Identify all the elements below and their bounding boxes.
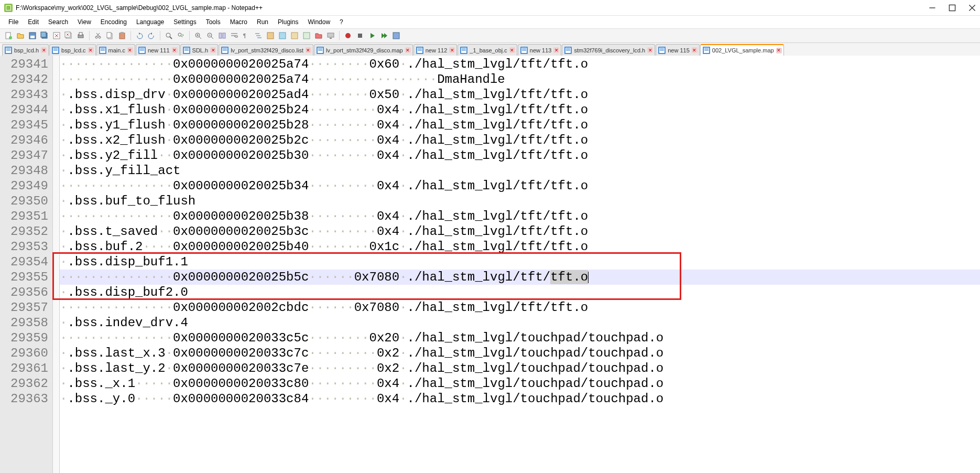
indent-guide-icon[interactable]: [253, 30, 264, 41]
menu-tools[interactable]: Tools: [202, 17, 225, 27]
minimize-button[interactable]: [929, 4, 936, 12]
fold-margin[interactable]: [52, 56, 60, 473]
zoom-in-icon[interactable]: [193, 30, 203, 41]
close-file-icon[interactable]: [51, 30, 62, 41]
code-line[interactable]: ···············0x0000000020025b5c······0…: [60, 270, 980, 285]
new-file-icon[interactable]: [3, 30, 14, 41]
tab-lv-port-stm32f429-disco-map[interactable]: lv_port_stm32f429_disco.map✕: [314, 44, 413, 56]
paste-icon[interactable]: [117, 30, 127, 41]
tab-close-icon[interactable]: ✕: [776, 48, 782, 53]
cut-icon[interactable]: [93, 30, 103, 41]
code-line[interactable]: ·.bss.x2_flush·0x0000000020025b2c·······…: [60, 133, 980, 148]
menu-view[interactable]: View: [73, 17, 95, 27]
play-macro-icon[interactable]: [367, 30, 377, 41]
menu-edit[interactable]: Edit: [24, 17, 43, 27]
code-line[interactable]: ·.bss.y2_fill··0x0000000020025b30·······…: [60, 148, 980, 163]
code-line[interactable]: ·.bss._y.0·····0x0000000020033c84·······…: [60, 391, 980, 406]
tab-close-icon[interactable]: ✕: [88, 47, 94, 53]
tab-close-icon[interactable]: ✕: [41, 47, 47, 53]
tab-new-115[interactable]: new 115✕: [656, 44, 700, 56]
menu-run[interactable]: Run: [253, 17, 273, 27]
code-line[interactable]: ···············0x0000000020025a74·······…: [60, 72, 980, 87]
tab-close-icon[interactable]: ✕: [127, 47, 133, 53]
tab-close-icon[interactable]: ✕: [405, 47, 411, 53]
code-line[interactable]: ···············0x000000002002cbdc······0…: [60, 300, 980, 315]
code-line[interactable]: ···············0x0000000020025a74·······…: [60, 57, 980, 72]
menu-file[interactable]: File: [4, 17, 23, 27]
save-macro-icon[interactable]: [391, 30, 401, 41]
tab-stm32f769i-discovery-lcd-h[interactable]: stm32f769i_discovery_lcd.h✕: [562, 44, 655, 56]
tab--1-base-obj-c[interactable]: _1_base_obj.c✕: [458, 44, 517, 56]
editor-area[interactable]: 2934129342293432934429345293462934729348…: [0, 56, 980, 473]
code-line[interactable]: ·.bss.x1_flush·0x0000000020025b24·······…: [60, 102, 980, 117]
code-line[interactable]: ·.bss.disp_buf1.1: [60, 254, 980, 270]
menu-plugins[interactable]: Plugins: [274, 17, 302, 27]
save-icon[interactable]: [27, 30, 38, 41]
word-wrap-icon[interactable]: [229, 30, 239, 41]
menu-language[interactable]: Language: [132, 17, 168, 27]
doc-list-icon[interactable]: [289, 30, 300, 41]
tab-close-icon[interactable]: ✕: [306, 47, 311, 53]
menu-search[interactable]: Search: [44, 17, 72, 27]
menu-encoding[interactable]: Encoding: [96, 17, 131, 27]
record-macro-icon[interactable]: [343, 30, 353, 41]
print-icon[interactable]: [75, 30, 86, 41]
folder-workspace-icon[interactable]: [313, 30, 324, 41]
user-lang-icon[interactable]: [265, 30, 276, 41]
play-multi-icon[interactable]: [379, 30, 389, 41]
doc-map-icon[interactable]: [277, 30, 288, 41]
copy-icon[interactable]: [105, 30, 115, 41]
menu-window[interactable]: Window: [303, 17, 334, 27]
show-all-chars-icon[interactable]: ¶: [241, 30, 252, 41]
code-area[interactable]: ···············0x0000000020025a74·······…: [60, 56, 980, 473]
code-line[interactable]: ·.bss.last_x.3·0x0000000020033c7c·······…: [60, 346, 980, 361]
code-line[interactable]: ·.bss.disp_buf2.0: [60, 285, 980, 300]
zoom-out-icon[interactable]: [205, 30, 215, 41]
redo-icon[interactable]: [146, 30, 157, 41]
maximize-button[interactable]: [949, 4, 956, 12]
function-list-icon[interactable]: [301, 30, 312, 41]
replace-icon[interactable]: [176, 30, 186, 41]
code-line[interactable]: ·.bss.buf_to_flush: [60, 194, 980, 209]
tab-close-icon[interactable]: ✕: [449, 47, 455, 53]
tab-bsp-lcd-h[interactable]: bsp_lcd.h✕: [2, 44, 49, 56]
code-line[interactable]: ·.bss.indev_drv.4: [60, 315, 980, 330]
tab-close-icon[interactable]: ✕: [509, 47, 515, 53]
tab-close-icon[interactable]: ✕: [172, 47, 178, 53]
code-line[interactable]: ···············0x0000000020033c5c·······…: [60, 330, 980, 346]
code-line[interactable]: ·.bss.y_fill_act: [60, 163, 980, 178]
code-line[interactable]: ·.bss.t_saved··0x0000000020025b3c·······…: [60, 224, 980, 239]
menu-macro[interactable]: Macro: [226, 17, 252, 27]
close-button[interactable]: [968, 4, 976, 12]
tab-close-icon[interactable]: ✕: [647, 47, 653, 53]
svg-line-28: [170, 37, 172, 39]
code-line[interactable]: ···············0x0000000020025b38·······…: [60, 209, 980, 224]
stop-macro-icon[interactable]: [355, 30, 365, 41]
tab-bsp-lcd-c[interactable]: bsp_lcd.c✕: [49, 44, 95, 56]
menu-help[interactable]: ?: [335, 17, 347, 27]
tab-lv-port-stm32f429-disco-list[interactable]: lv_port_stm32f429_disco.list✕: [219, 44, 313, 56]
code-line[interactable]: ·.bss.buf.2····0x0000000020025b40·······…: [60, 239, 980, 254]
find-icon[interactable]: [164, 30, 174, 41]
code-line[interactable]: ·.bss.y1_flush·0x0000000020025b28·······…: [60, 117, 980, 133]
code-line[interactable]: ···············0x0000000020025b34·······…: [60, 178, 980, 194]
tab-002-lvgl-sample-map[interactable]: 002_LVGL_sample.map✕: [700, 44, 784, 56]
save-all-icon[interactable]: [39, 30, 50, 41]
open-file-icon[interactable]: [15, 30, 26, 41]
sync-scroll-icon[interactable]: [217, 30, 227, 41]
tab-new-111[interactable]: new 111✕: [136, 44, 180, 56]
tab-sdl-h[interactable]: SDL.h✕: [180, 44, 219, 56]
tab-new-113[interactable]: new 113✕: [518, 44, 562, 56]
code-line[interactable]: ·.bss.last_y.2·0x0000000020033c7e·······…: [60, 361, 980, 376]
tab-close-icon[interactable]: ✕: [553, 47, 559, 53]
undo-icon[interactable]: [134, 30, 145, 41]
tab-new-112[interactable]: new 112✕: [413, 44, 458, 56]
tab-main-c[interactable]: main.c✕: [96, 44, 135, 56]
close-all-icon[interactable]: [63, 30, 74, 41]
code-line[interactable]: ·.bss.disp_drv·0x0000000020025ad4·······…: [60, 87, 980, 102]
monitor-icon[interactable]: [325, 30, 336, 41]
tab-close-icon[interactable]: ✕: [210, 47, 216, 53]
tab-close-icon[interactable]: ✕: [692, 47, 698, 53]
code-line[interactable]: ·.bss._x.1·····0x0000000020033c80·······…: [60, 376, 980, 391]
menu-settings[interactable]: Settings: [169, 17, 200, 27]
